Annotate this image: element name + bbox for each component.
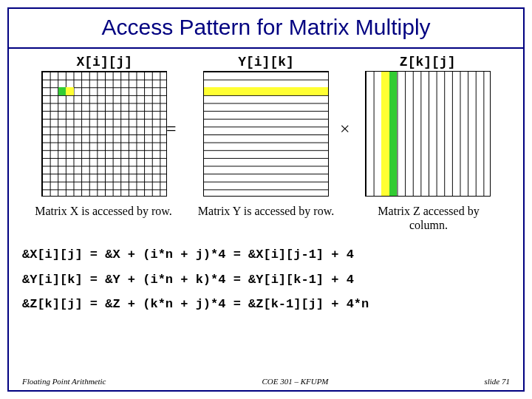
matrices-row: X[i][j] Y[i][k] Z[k][j] = × — [9, 49, 523, 200]
matrix-x-cell-green — [58, 87, 66, 95]
matrix-y-label: Y[i][k] — [203, 55, 329, 69]
matrix-z-box: Z[k][j] — [365, 55, 491, 197]
footer-left: Floating Point Arithmetic — [22, 377, 106, 386]
caption-y: Matrix Y is accessed by row. — [196, 204, 336, 232]
matrix-y-box: Y[i][k] — [203, 55, 329, 197]
matrix-y-grid — [203, 71, 329, 197]
matrix-x-highlight — [58, 87, 74, 95]
matrix-x-box: X[i][j] — [41, 55, 167, 197]
matrix-x-grid — [41, 71, 167, 197]
formula-x: &X[i][j] = &X + (i*n + j)*4 = &X[i][j-1]… — [22, 242, 510, 267]
matrix-x-label: X[i][j] — [41, 55, 167, 69]
caption-z: Matrix Z accessed by column. — [358, 204, 499, 232]
equals-sign: = — [166, 119, 177, 139]
formula-z: &Z[k][j] = &Z + (k*n + j)*4 = &Z[k-1][j]… — [22, 292, 510, 316]
slide-title: Access Pattern for Matrix Multiply — [101, 15, 430, 39]
formula-y: &Y[i][k] = &Y + (i*n + k)*4 = &Y[i][k-1]… — [22, 267, 510, 292]
footer: Floating Point Arithmetic COE 301 – KFUP… — [22, 377, 510, 386]
title-bar: Access Pattern for Matrix Multiply — [9, 9, 523, 49]
matrix-z-grid — [365, 71, 491, 197]
times-sign: × — [340, 119, 350, 139]
matrix-z-label: Z[k][j] — [365, 55, 491, 69]
matrix-z-col-green — [389, 72, 398, 196]
formulas: &X[i][j] = &X + (i*n + j)*4 = &X[i][j-1]… — [9, 239, 523, 318]
slide: Access Pattern for Matrix Multiply X[i][… — [7, 7, 525, 392]
footer-mid: COE 301 – KFUPM — [262, 377, 328, 386]
caption-x: Matrix X is accessed by row. — [33, 204, 174, 232]
matrix-z-col-yellow — [381, 72, 389, 196]
captions-row: Matrix X is accessed by row. Matrix Y is… — [9, 200, 523, 239]
footer-right: slide 71 — [484, 377, 510, 386]
matrix-y-row-highlight — [204, 87, 328, 95]
